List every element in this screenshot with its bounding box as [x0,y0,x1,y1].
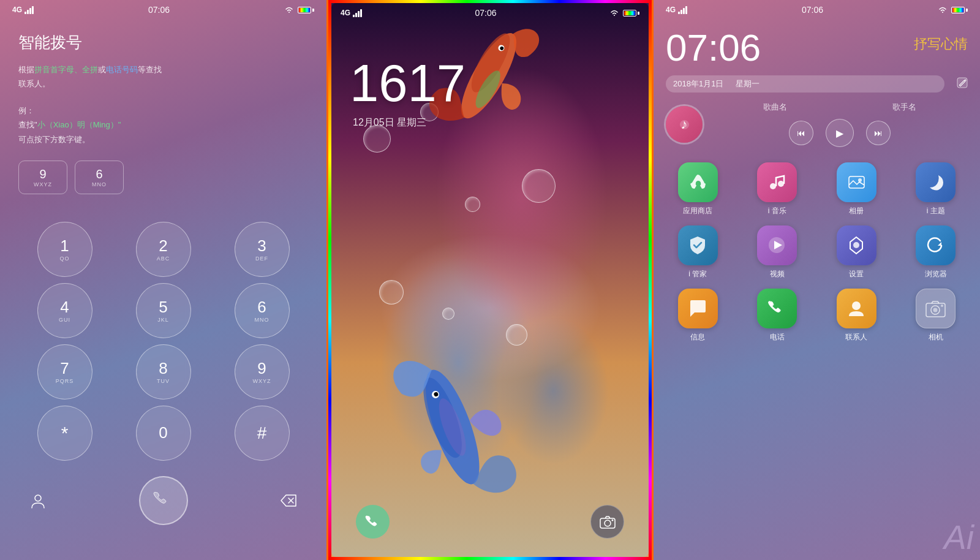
hint-num-9: 9 [39,167,46,181]
dial-pad: 1 QO 2 ABC 3 DEF 4 GUI 5 JKL 6 MNO 7 PQR… [0,213,326,470]
p2-status-time: 07:06 [475,8,496,18]
status-time: 07:06 [148,5,170,15]
example-label: 例： [18,106,34,115]
desc-contact: 联系人。 [18,79,50,88]
svg-marker-25 [938,242,941,246]
p2-status-right [609,9,639,17]
p2-bar-1 [353,15,355,17]
app-icon-phone [757,289,797,328]
dialer-bottom [0,470,326,537]
app-label-camera: 相机 [929,332,943,342]
app-icon-i-theme [916,162,956,202]
lockscreen-inner: 4G 07:06 [331,3,649,557]
dial-btn-star[interactable]: * [37,406,92,461]
desc-or: 或 [98,65,106,74]
contacts-person-icon [846,299,866,319]
contact-button[interactable] [24,487,51,514]
app-label-i-music: i 音乐 [768,206,786,216]
app-item-photo-album[interactable]: 相册 [821,162,892,216]
signal-bar-2 [27,10,29,14]
play-button[interactable]: ▶ [826,119,854,147]
next-button[interactable]: ⏭ [866,121,891,145]
app-item-phone[interactable]: 电话 [742,289,813,342]
edit-icon[interactable] [957,77,968,91]
hint-sub-9: WXYZ [34,181,52,187]
home-status-time: 07:06 [802,5,823,15]
app-item-i-music[interactable]: i 音乐 [742,162,813,216]
app-item-camera[interactable]: 相机 [901,289,971,342]
lockscreen-time: 1617 [331,23,649,113]
home-signal: 4G [666,6,687,14]
delete-button[interactable] [275,487,302,514]
rainbow-border-bottom [328,557,652,560]
prev-button[interactable]: ⏮ [789,121,813,145]
home-bar-1 [678,12,680,14]
app-item-i-manager[interactable]: i 管家 [663,225,733,279]
dial-btn-4[interactable]: 4 GUI [37,283,92,338]
dial-btn-9[interactable]: 9 WXYZ [235,344,290,399]
home-bar-4 [685,6,687,14]
app-grid: 应用商店 i 音乐 相册 [654,153,980,349]
dial-btn-hash[interactable]: # [235,406,290,461]
dial-btn-0[interactable]: 0 [136,406,191,461]
lockscreen-date: 12月05日 星期三 [331,113,649,129]
signal-bar-3 [29,8,31,14]
app-label-contacts: 联系人 [845,332,867,342]
app-item-contacts[interactable]: 联系人 [821,289,892,342]
home-signal-bars [678,6,687,14]
app-item-app-store[interactable]: 应用商店 [663,162,733,216]
rainbow-border-top [328,0,652,3]
svg-point-18 [778,181,784,187]
dial-btn-3[interactable]: 3 DEF [235,222,290,277]
home-status-right [938,6,968,13]
music-artist-name: 歌手名 [842,102,968,116]
lockscreen-camera-button[interactable] [590,505,624,539]
music-player: ♪ 歌曲名 歌手名 ⏮ ▶ ⏭ [654,96,980,153]
home-wifi-icon [938,6,948,13]
call-icon [153,490,175,512]
dial-btn-6[interactable]: 6 MNO [235,283,290,338]
app-icon-i-manager [678,225,718,265]
app-label-i-manager: i 管家 [688,269,707,279]
lockscreen-phone-icon [365,514,381,530]
svg-point-20 [858,178,862,182]
home-bar-3 [683,8,685,14]
app-icon-video [757,225,797,265]
signal-bar-4 [32,6,34,14]
app-icon-message [678,289,718,328]
delete-icon [280,494,297,507]
call-button[interactable] [139,476,188,525]
dial-btn-1[interactable]: 1 QO [37,222,92,277]
lockscreen-phone-button[interactable] [356,505,390,539]
svg-point-26 [852,301,861,310]
battery-icon [298,7,314,13]
app-icon-contacts [837,289,876,328]
settings-diamond-icon [846,235,867,256]
app-icon-settings [837,225,876,265]
app-item-settings[interactable]: 设置 [821,225,892,279]
music-info: 歌曲名 歌手名 ⏮ ▶ ⏭ [712,102,968,147]
app-icon-camera [916,289,956,328]
home-date-row: 2018年1月1日 星期一 [654,72,980,96]
svg-point-0 [35,495,41,501]
dial-btn-5[interactable]: 5 JKL [136,283,191,338]
dial-btn-8[interactable]: 8 TUV [136,344,191,399]
message-bubble-icon [687,298,709,319]
svg-point-30 [941,305,943,307]
dial-btn-2[interactable]: 2 ABC [136,222,191,277]
home-date: 2018年1月1日 [673,78,723,89]
app-icon-i-music [757,162,797,202]
desc-end: 等查找 [138,65,162,74]
hint-key-6: 6 MNO [75,161,124,194]
lockscreen-status-bar: 4G 07:06 [331,3,649,23]
app-item-i-theme[interactable]: i 主题 [901,162,971,216]
app-item-video[interactable]: 视频 [742,225,813,279]
music-controls: ⏮ ▶ ⏭ [712,119,968,147]
example-text: 查找"小（Xiao）明（Ming）" [18,120,121,129]
svg-point-24 [853,242,859,248]
p2-battery [623,10,639,17]
dial-btn-7[interactable]: 7 PQRS [37,344,92,399]
app-store-icon [687,172,709,193]
app-item-message[interactable]: 信息 [663,289,733,342]
app-item-browser[interactable]: 浏览器 [901,225,971,279]
